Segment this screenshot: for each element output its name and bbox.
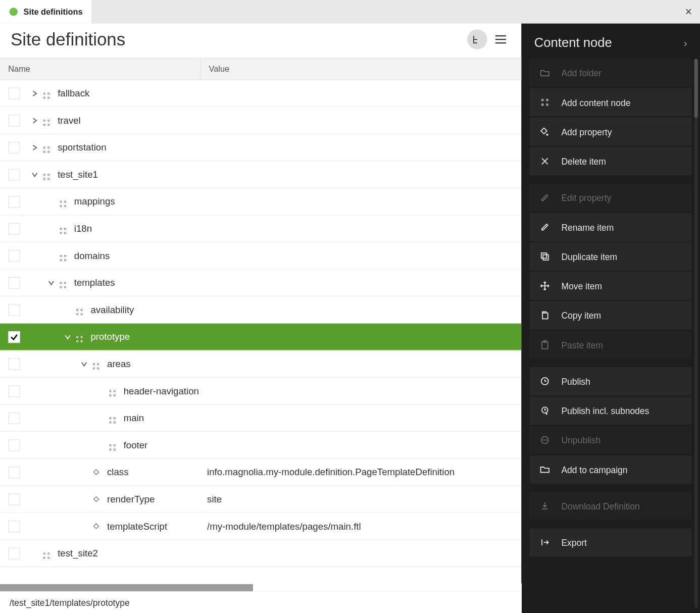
action-rename-item[interactable]: Rename item xyxy=(530,213,692,241)
action-label: Duplicate item xyxy=(561,251,617,262)
tree-node-row[interactable]: areas xyxy=(0,350,521,378)
content-node-icon xyxy=(40,547,53,560)
action-label: Add property xyxy=(561,127,612,137)
content-node-icon xyxy=(57,276,70,289)
row-checkbox[interactable] xyxy=(8,412,20,424)
tree-node-row[interactable]: test_site2 xyxy=(0,540,521,567)
tree-node-row[interactable]: test_site1 xyxy=(0,161,521,188)
scrollbar-thumb[interactable] xyxy=(0,584,253,591)
action-move-item[interactable]: Move item xyxy=(530,272,692,300)
svg-rect-3 xyxy=(542,313,547,319)
row-label: templates xyxy=(69,277,115,288)
row-checkbox[interactable] xyxy=(8,439,20,451)
content-node-icon xyxy=(40,141,53,154)
row-checkbox[interactable] xyxy=(8,223,20,234)
paste-icon xyxy=(539,339,551,350)
action-add-content-node[interactable]: Add content node xyxy=(530,88,692,117)
tree-node-row[interactable]: travel xyxy=(0,107,521,134)
tree-property-row[interactable]: templateScript/my-module/templates/pages… xyxy=(0,513,521,540)
content-node-icon xyxy=(40,168,53,181)
status-dot-icon xyxy=(10,8,18,16)
tree-property-row[interactable]: renderTypesite xyxy=(0,486,521,513)
tree-node-row[interactable]: sportstation xyxy=(0,134,521,162)
horizontal-scrollbar[interactable] xyxy=(0,583,521,591)
pencil-icon xyxy=(539,193,551,202)
row-checkbox[interactable] xyxy=(8,304,20,316)
row-checkbox[interactable] xyxy=(8,358,20,370)
action-duplicate-item[interactable]: Duplicate item xyxy=(530,242,692,271)
publish-icon xyxy=(539,376,551,386)
panel-scrollbar[interactable] xyxy=(694,59,698,608)
tree-view[interactable]: fallbacktravelsportstationtest_site1mapp… xyxy=(0,80,521,583)
tree-view-button[interactable] xyxy=(467,29,487,49)
row-checkbox[interactable] xyxy=(8,547,20,559)
tree-node-row[interactable]: i18n xyxy=(0,215,521,242)
content-node-icon xyxy=(40,114,53,127)
chevron-down-icon[interactable] xyxy=(29,172,40,178)
action-label: Move item xyxy=(561,281,602,291)
row-checkbox[interactable] xyxy=(8,466,20,478)
actions-panel: Content node › Add folderAdd content nod… xyxy=(521,24,700,613)
row-label: availability xyxy=(86,304,134,315)
close-icon[interactable]: × xyxy=(685,5,692,19)
row-label: test_site2 xyxy=(53,548,98,558)
chevron-right-icon[interactable]: › xyxy=(684,37,687,49)
row-checkbox[interactable] xyxy=(8,277,20,288)
chevron-right-icon[interactable] xyxy=(29,117,40,123)
action-label: Unpublish xyxy=(561,435,601,445)
action-add-property[interactable]: Add property xyxy=(530,118,692,146)
publish-sub-icon xyxy=(539,405,551,416)
tree-node-row[interactable]: prototype xyxy=(0,324,521,351)
content-node-icon xyxy=(106,412,119,425)
tree-node-row[interactable]: fallback xyxy=(0,80,521,107)
row-checkbox[interactable] xyxy=(8,87,20,99)
tree-node-row[interactable]: availability xyxy=(0,296,521,324)
active-tab[interactable]: Site definitions xyxy=(0,0,92,24)
row-checkbox[interactable] xyxy=(8,115,20,126)
row-checkbox[interactable] xyxy=(8,520,20,532)
row-label: header-navigation xyxy=(119,386,199,396)
action-publish[interactable]: Publish xyxy=(530,367,692,395)
tree-node-row[interactable]: domains xyxy=(0,242,521,270)
chevron-down-icon[interactable] xyxy=(46,280,57,286)
row-checkbox[interactable] xyxy=(8,493,20,505)
action-publish-incl-subnodes[interactable]: Publish incl. subnodes xyxy=(530,396,692,425)
tree-property-row[interactable]: classinfo.magnolia.my-module.definition.… xyxy=(0,459,521,486)
svg-rect-0 xyxy=(541,128,547,134)
row-checkbox[interactable] xyxy=(8,141,20,153)
column-header-name[interactable]: Name xyxy=(0,58,200,79)
row-checkbox[interactable] xyxy=(8,169,20,180)
row-checkbox[interactable] xyxy=(8,385,20,396)
content-node-icon xyxy=(73,330,86,343)
node-icon xyxy=(539,98,551,106)
row-label: travel xyxy=(53,115,81,126)
tree-node-row[interactable]: mappings xyxy=(0,188,521,216)
tree-node-row[interactable]: header-navigation xyxy=(0,378,521,405)
action-label: Add content node xyxy=(561,97,630,108)
column-headers: Name Value xyxy=(0,58,521,80)
folder-icon xyxy=(539,464,551,475)
panel-scrollbar-thumb[interactable] xyxy=(694,59,698,118)
tree-node-row[interactable]: main xyxy=(0,405,521,432)
action-add-folder: Add folder xyxy=(530,59,692,87)
action-label: Rename item xyxy=(561,222,614,232)
row-checkbox[interactable] xyxy=(8,195,20,207)
action-export[interactable]: Export xyxy=(530,528,692,556)
action-label: Edit property xyxy=(561,193,611,203)
row-label: domains xyxy=(69,250,110,261)
list-view-button[interactable] xyxy=(491,29,511,49)
chevron-right-icon[interactable] xyxy=(29,90,40,96)
action-delete-item[interactable]: Delete item xyxy=(530,147,692,175)
row-checkbox[interactable] xyxy=(8,331,20,342)
action-label: Publish incl. subnodes xyxy=(561,405,649,416)
action-label: Paste item xyxy=(561,340,603,350)
chevron-down-icon[interactable] xyxy=(62,334,73,340)
chevron-right-icon[interactable] xyxy=(29,144,40,150)
action-add-to-campaign[interactable]: Add to campaign xyxy=(530,455,692,484)
column-header-value[interactable]: Value xyxy=(200,58,521,79)
tree-node-row[interactable]: templates xyxy=(0,270,521,297)
action-copy-item[interactable]: Copy item xyxy=(530,301,692,329)
row-checkbox[interactable] xyxy=(8,250,20,262)
tree-node-row[interactable]: footer xyxy=(0,432,521,459)
chevron-down-icon[interactable] xyxy=(79,361,89,367)
